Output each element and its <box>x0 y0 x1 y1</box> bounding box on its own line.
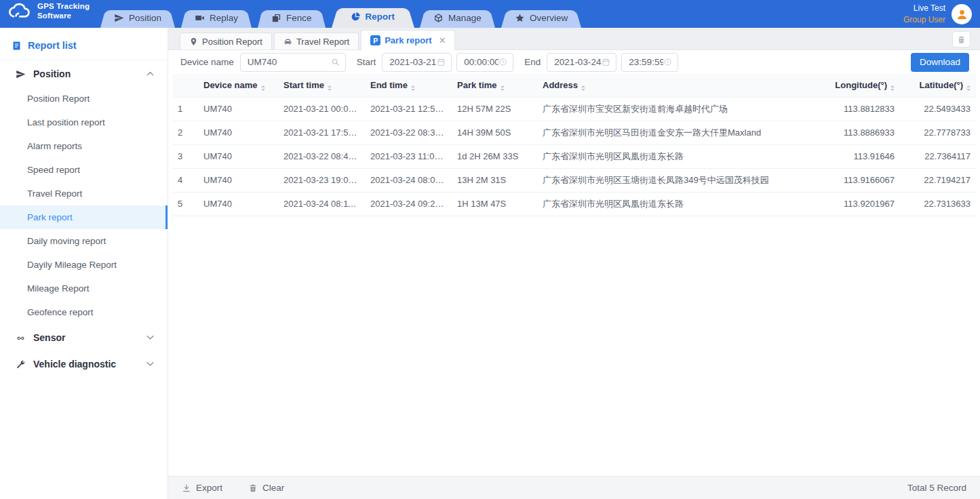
cell-start-time: 2021-03-23 19:01:43 <box>278 168 365 192</box>
chevron-down-icon <box>147 359 154 365</box>
nav-tab-position[interactable]: Position <box>100 7 175 28</box>
table-body: 1UM7402021-03-21 00:00:372021-03-21 12:5… <box>172 97 976 216</box>
download-button[interactable]: Download <box>911 53 969 72</box>
nav-tab-overview[interactable]: Overview <box>501 7 581 28</box>
report-list-icon <box>12 41 22 51</box>
column-header-longitude[interactable]: Longitude(°) <box>819 74 900 97</box>
chevron-up-icon <box>147 71 154 78</box>
close-tab-icon[interactable]: × <box>439 35 446 46</box>
video-camera-icon <box>195 13 205 23</box>
nav-tab-report[interactable]: Report <box>332 5 414 28</box>
clear-button[interactable]: Clear <box>248 483 284 493</box>
cell-address: 广东省深圳市光明区凤凰街道东长路 <box>537 192 819 216</box>
sort-carets-icon[interactable] <box>411 85 415 91</box>
cell-end-time: 2021-03-24 08:04:14 <box>365 168 452 192</box>
cell-device-name: UM740 <box>198 192 278 216</box>
app-logo: GPS Tracking Software <box>7 2 90 21</box>
column-header-device-name[interactable]: Device name <box>198 74 278 97</box>
cell-address: 广东省深圳市光明区玉塘街道长凤路349号中远国茂科技园 <box>537 168 819 192</box>
sidebar-item-travel-report[interactable]: Travel Report <box>0 182 168 205</box>
cell-address: 广东省深圳市光明区马田街道金安东一路大仟里Maxland <box>537 121 819 144</box>
sidebar-item-speed-report[interactable]: Speed report <box>0 158 168 182</box>
start-date-field[interactable] <box>389 57 437 67</box>
tab-park-report[interactable]: P Park report × <box>361 30 455 50</box>
sidebar-item-list: Position ReportLast position reportAlarm… <box>0 87 168 324</box>
nav-tab-replay[interactable]: Replay <box>181 7 252 28</box>
report-tab-strip: Position Report Travel Report P Park rep… <box>168 28 980 50</box>
tab-travel-report[interactable]: Travel Report <box>274 33 359 49</box>
start-time-input[interactable] <box>456 53 513 72</box>
cell-device-name: UM740 <box>198 144 278 168</box>
cell-latitude: 22.5493433 <box>900 97 976 121</box>
table-footer-bar: Export Clear Total 5 Record <box>168 476 980 499</box>
column-header-start-time[interactable]: Start time <box>278 74 365 97</box>
sidebar-section-vehicle-diagnostic[interactable]: Vehicle diagnostic <box>0 351 168 377</box>
end-date-field[interactable] <box>554 57 602 67</box>
trash-icon <box>248 483 258 493</box>
start-time-field[interactable] <box>464 57 498 67</box>
sidebar-section-position[interactable]: Position <box>0 60 168 87</box>
search-icon[interactable] <box>331 58 340 66</box>
column-header-park-time[interactable]: Park time <box>452 74 537 97</box>
star-icon <box>515 13 525 23</box>
panel-action-button[interactable] <box>952 31 971 47</box>
table-row: 2UM7402021-03-21 17:52:492021-03-22 08:3… <box>172 121 976 144</box>
clock-icon <box>663 58 672 66</box>
avatar[interactable] <box>952 4 972 24</box>
nav-tab-fence[interactable]: Fence <box>258 7 326 28</box>
cube-icon <box>433 13 444 23</box>
table-row: 4UM7402021-03-23 19:01:432021-03-24 08:0… <box>172 168 976 192</box>
user-role: Group User <box>903 14 945 26</box>
cell-longitude: 113.8812833 <box>819 97 900 121</box>
sidebar-item-alarm-reports[interactable]: Alarm reports <box>0 134 168 158</box>
sort-carets-icon[interactable] <box>328 85 332 91</box>
pie-chart-icon <box>351 12 361 22</box>
sidebar-item-dayily-mileage-report[interactable]: Dayily Mileage Report <box>0 253 168 277</box>
column-header-address[interactable]: Address <box>537 74 819 97</box>
cell-device-name: UM740 <box>198 97 278 121</box>
nav-tab-label: Position <box>129 13 161 23</box>
cell-end-time: 2021-03-24 09:25:27 <box>365 192 452 216</box>
sidebar-title: Report list <box>0 32 168 60</box>
row-index: 3 <box>172 144 198 168</box>
user-area: Live Test Group User <box>903 3 972 26</box>
sort-carets-icon[interactable] <box>890 85 895 91</box>
sidebar-item-park-report[interactable]: Park report <box>0 205 168 229</box>
end-time-input[interactable] <box>621 53 678 72</box>
cloud-logo-icon <box>7 2 33 20</box>
sidebar-item-last-position-report[interactable]: Last position report <box>0 111 168 134</box>
main-nav: Position Replay Fence Report Manage Over… <box>100 0 581 28</box>
nav-tab-label: Report <box>366 12 395 22</box>
cell-park-time: 12H 57M 22S <box>452 97 537 121</box>
start-date-input[interactable] <box>382 53 452 72</box>
trash-icon <box>957 35 966 44</box>
sort-carets-icon[interactable] <box>501 85 505 91</box>
sort-carets-icon[interactable] <box>966 85 971 91</box>
nav-tab-manage[interactable]: Manage <box>420 7 495 28</box>
cell-end-time: 2021-03-23 11:08:11 <box>365 144 452 168</box>
column-header-latitude[interactable]: Latitude(°) <box>900 74 976 97</box>
cell-latitude: 22.7313633 <box>900 192 976 216</box>
cell-longitude: 113.91646 <box>819 144 900 168</box>
sidebar-section-sensor[interactable]: Sensor <box>0 324 168 351</box>
total-records-label: Total 5 Record <box>907 483 966 493</box>
location-pin-icon <box>189 37 198 46</box>
park-report-table: Device nameStart timeEnd timePark timeAd… <box>172 74 976 216</box>
column-header-end-time[interactable]: End time <box>365 74 452 97</box>
export-button[interactable]: Export <box>182 483 222 493</box>
chevron-down-icon <box>147 332 154 339</box>
nav-tab-label: Replay <box>210 13 238 23</box>
sidebar-item-mileage-report[interactable]: Mileage Report <box>0 277 168 300</box>
sort-carets-icon[interactable] <box>261 85 265 91</box>
sidebar-item-geofence-report[interactable]: Geofence report <box>0 300 168 324</box>
device-name-field[interactable] <box>248 57 331 67</box>
sidebar-item-position-report[interactable]: Position Report <box>0 87 168 111</box>
start-label: Start <box>357 57 376 67</box>
tab-position-report[interactable]: Position Report <box>180 33 272 49</box>
end-time-field[interactable] <box>629 57 663 67</box>
device-name-input[interactable] <box>240 53 346 72</box>
end-date-input[interactable] <box>547 53 616 72</box>
cell-start-time: 2021-03-22 08:41:38 <box>278 144 365 168</box>
sort-carets-icon[interactable] <box>581 85 585 91</box>
sidebar-item-daily-moving-report[interactable]: Daily moving report <box>0 229 168 253</box>
